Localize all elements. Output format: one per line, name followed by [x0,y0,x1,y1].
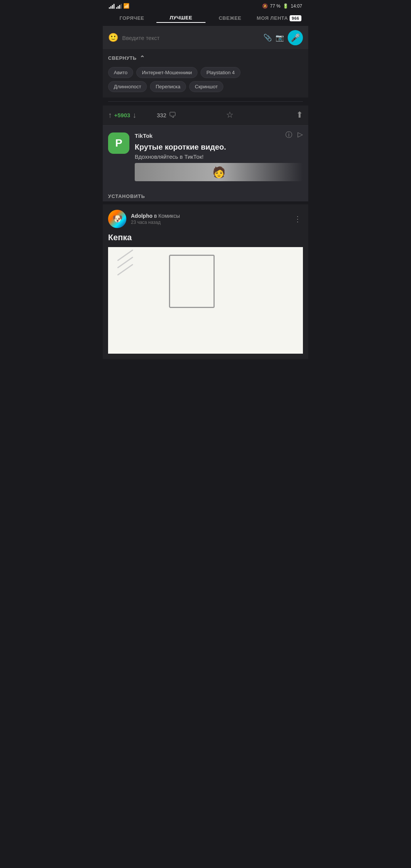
post-item: 🐶 Adolpho в Комиксы 23 часа назад ⋮ Кепк… [103,204,308,359]
wifi-icon: 📶 [123,3,129,9]
signal-bar-1 [109,3,115,9]
tag-scammers[interactable]: Интернет-Мошенники [136,67,198,78]
post-meta: Adolpho в Комиксы 23 часа назад [131,213,288,225]
tags-row-1: Авито Интернет-Мошенники Playstation 4 [108,67,303,78]
section-divider [108,101,303,102]
tag-screenshot[interactable]: Скриншот [189,81,223,92]
install-button[interactable]: УСТАНОВИТЬ [108,193,145,199]
post-community-prefix: в [154,213,158,219]
status-bar: 📶 🔕 77 % 🔋 14:07 [103,0,308,10]
ad-install-section: УСТАНОВИТЬ [103,188,308,201]
collapse-label: СВЕРНУТЬ [108,55,137,61]
vote-section: ↑ +5903 ↓ [108,111,157,120]
post-avatar: 🐶 [108,210,126,228]
post-author[interactable]: Adolpho [131,213,153,219]
signal-bar-2 [116,3,122,9]
signal-indicators: 📶 [109,3,129,9]
action-bar: ↑ +5903 ↓ 332 🗨 ☆ ⬆ [103,105,308,125]
tag-avito[interactable]: Авито [108,67,133,78]
comments-section: 332 🗨 [157,111,206,120]
ad-headline: Крутые короткие видео. [135,142,303,152]
battery-icon: 🔋 [283,3,288,9]
mute-icon: 🔕 [262,3,268,9]
navigation-tabs: ГОРЯЧЕЕ ЛУЧШЕЕ СВЕЖЕЕ МОЯ ЛЕНТА966 [103,10,308,26]
ad-preview-image: 🧑 [212,166,226,179]
post-author-line: Adolpho в Комиксы [131,213,288,219]
message-input[interactable] [122,35,260,41]
tab-fresh[interactable]: СВЕЖЕЕ [206,14,255,22]
camera-icon[interactable]: 📷 [276,34,284,42]
attach-icon[interactable]: 📎 [263,34,272,42]
ad-play-icon[interactable]: ▷ [298,130,303,139]
ad-banner: ⓘ ▷ P TikTok Крутые короткие видео. Вдох… [103,125,308,188]
tab-feed[interactable]: МОЯ ЛЕНТА966 [255,14,304,22]
tag-longpost[interactable]: Длиннопост [108,81,147,92]
mic-button[interactable]: 🎤 [288,30,303,45]
post-community[interactable]: Комиксы [158,213,180,219]
emoji-icon[interactable]: 🙂 [108,33,118,43]
post-title: Кепка [108,233,303,243]
sketch-shape [169,255,215,308]
ad-top-icons: ⓘ ▷ [285,130,303,139]
vote-count: +5903 [114,112,130,118]
share-button[interactable]: ⬆ [254,110,303,120]
post-image [108,247,303,354]
ad-app-name: TikTok [135,132,303,139]
comment-icon[interactable]: 🗨 [169,111,176,120]
tag-chat[interactable]: Переписка [150,81,186,92]
comment-count: 332 [157,112,166,118]
post-time: 23 часа назад [131,220,288,225]
message-input-bar: 🙂 📎 📷 🎤 [103,26,308,49]
sketch-lines [116,255,135,270]
feed-badge: 966 [290,15,302,21]
post-more-button[interactable]: ⋮ [292,213,303,225]
tab-best[interactable]: ЛУЧШЕЕ [156,13,206,23]
tags-section: СВЕРНУТЬ ⌃ Авито Интернет-Мошенники Play… [103,49,308,97]
upvote-button[interactable]: ↑ [108,111,112,120]
tab-hot[interactable]: ГОРЯЧЕЕ [107,14,156,22]
clock: 14:07 [291,3,302,9]
chevron-up-icon: ⌃ [140,54,145,62]
ad-content: TikTok Крутые короткие видео. Вдохновляй… [135,132,303,181]
collapse-button[interactable]: СВЕРНУТЬ ⌃ [108,54,303,62]
downvote-button[interactable]: ↓ [132,111,136,120]
battery-percent: 77 % [270,3,280,9]
ad-app-icon-letter: P [115,137,123,149]
tag-playstation[interactable]: Playstation 4 [201,67,240,78]
ad-app-icon: P [108,132,129,154]
ad-subtext: Вдохновляйтесь в ТикТок! [135,153,303,160]
favorite-button[interactable]: ☆ [206,110,254,120]
tags-row-2: Длиннопост Переписка Скриншот [108,81,303,92]
post-header: 🐶 Adolpho в Комиксы 23 часа назад ⋮ [108,210,303,228]
ad-image-preview: 🧑 [135,163,303,181]
status-right: 🔕 77 % 🔋 14:07 [262,3,302,9]
ad-info-icon[interactable]: ⓘ [285,130,292,139]
